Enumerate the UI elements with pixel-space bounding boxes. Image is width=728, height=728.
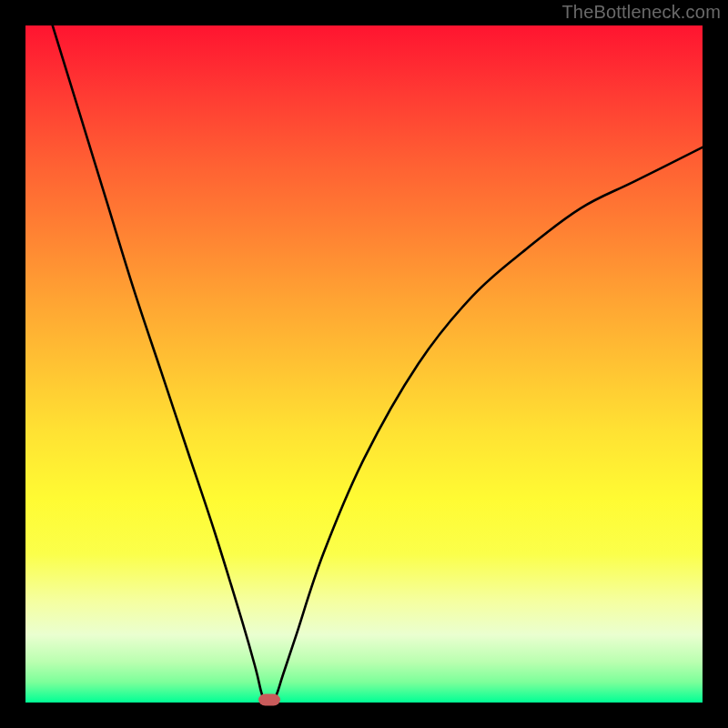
- chart-frame: TheBottleneck.com: [0, 0, 728, 728]
- optimal-point-marker: [258, 694, 280, 706]
- watermark-text: TheBottleneck.com: [561, 2, 721, 23]
- bottleneck-curve: [25, 25, 703, 703]
- chart-plot-area: [25, 25, 703, 703]
